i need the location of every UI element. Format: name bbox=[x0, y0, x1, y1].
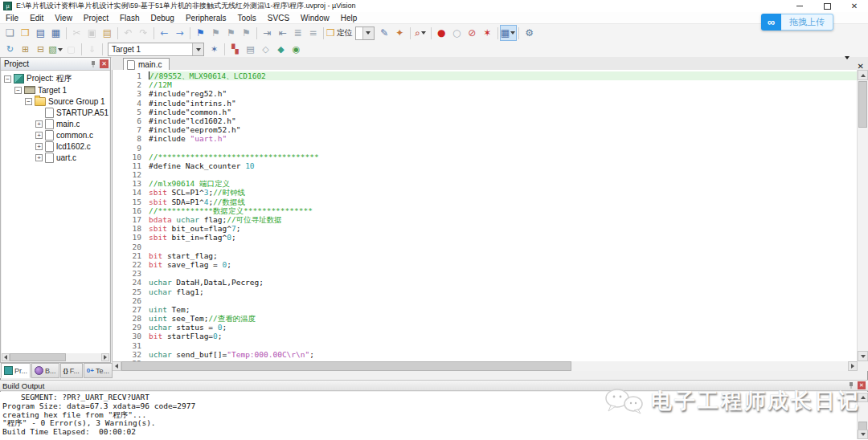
line-number[interactable]: 7 bbox=[113, 125, 149, 134]
line-number[interactable]: 24 bbox=[113, 278, 149, 287]
code-text[interactable]: //mlx90614 端口定义 bbox=[149, 179, 858, 188]
line-number[interactable]: 18 bbox=[113, 224, 149, 233]
line-number[interactable]: 22 bbox=[113, 260, 149, 269]
menu-debug[interactable]: Debug bbox=[145, 14, 179, 22]
code-text[interactable]: sbit SCL=P1^3;//时钟线 bbox=[149, 188, 858, 197]
disable-all-breakpoints-button[interactable]: ⊘ bbox=[465, 26, 480, 40]
code-line[interactable]: 18sbit bit_out=flag^7; bbox=[113, 224, 858, 233]
code-text[interactable]: uint see_Tem;//查看的温度 bbox=[149, 314, 858, 323]
manage-run-time-environment-button[interactable]: ▚ bbox=[227, 43, 243, 56]
paste-button[interactable]: ▤ bbox=[100, 26, 115, 40]
code-text[interactable]: sbit bit_in=flag^0; bbox=[149, 233, 858, 242]
code-line[interactable]: 19sbit bit_in=flag^0; bbox=[113, 233, 858, 242]
code-line[interactable]: 1//89S52、MLX90614、LCD1602 bbox=[113, 71, 858, 80]
code-line[interactable]: 6#include"lcd1602.h" bbox=[113, 116, 858, 125]
line-number[interactable]: 1 bbox=[113, 71, 149, 80]
line-number[interactable]: 17 bbox=[113, 215, 149, 224]
code-line[interactable]: 32uchar send_buf[]="Temp:000.00C\r\n"; bbox=[113, 350, 858, 359]
code-text[interactable]: uchar DataH,DataL,Pecreg; bbox=[149, 278, 858, 287]
save-all-button[interactable]: ▦ bbox=[48, 26, 63, 40]
line-number[interactable]: 11 bbox=[113, 161, 149, 170]
code-text[interactable]: //************数据定义*************** bbox=[149, 206, 858, 215]
code-line[interactable]: 8#include "uart.h" bbox=[113, 134, 858, 143]
menu-edit[interactable]: Edit bbox=[24, 14, 49, 22]
scroll-up-icon[interactable] bbox=[858, 70, 868, 80]
code-text[interactable] bbox=[149, 341, 858, 350]
upload-widget-label[interactable]: 拖拽上传 bbox=[781, 14, 833, 31]
outdent-button[interactable]: ⇤ bbox=[275, 26, 290, 40]
code-line[interactable]: 17bdata uchar flag;//可位寻址数据 bbox=[113, 215, 858, 224]
line-number[interactable]: 10 bbox=[113, 153, 149, 161]
code-line[interactable]: 28uint see_Tem;//查看的温度 bbox=[113, 314, 858, 323]
close-button[interactable]: ✕ bbox=[841, 0, 868, 12]
line-number[interactable]: 3 bbox=[113, 89, 149, 98]
scrollbar-thumb[interactable] bbox=[121, 361, 571, 371]
scrollbar-thumb[interactable] bbox=[858, 81, 867, 128]
line-number[interactable]: 8 bbox=[113, 134, 149, 143]
open-file-button[interactable]: ❒ bbox=[18, 26, 33, 40]
line-number[interactable]: 20 bbox=[113, 242, 149, 251]
line-number[interactable]: 12 bbox=[113, 170, 149, 179]
target-select[interactable]: Target 1 bbox=[108, 43, 204, 56]
build-button[interactable]: ⊞ bbox=[18, 43, 33, 56]
bookmark-next-button[interactable]: ⚑ bbox=[223, 26, 239, 40]
scroll-left-icon[interactable] bbox=[112, 361, 121, 371]
line-number[interactable]: 31 bbox=[113, 341, 149, 350]
kill-all-breakpoints-button[interactable]: ✶ bbox=[480, 26, 495, 40]
code-line[interactable]: 9 bbox=[113, 144, 858, 153]
code-line[interactable]: 2//12M bbox=[113, 80, 858, 89]
code-text[interactable]: uchar flag1; bbox=[149, 287, 858, 296]
panel-tab-books[interactable]: B... bbox=[31, 363, 59, 378]
expand-icon[interactable]: + bbox=[35, 132, 43, 139]
code-text[interactable]: sbit SDA=P1^4;//数据线 bbox=[149, 198, 858, 206]
pack-installer-button[interactable]: ◉ bbox=[289, 43, 304, 56]
editor-vscrollbar[interactable] bbox=[857, 70, 868, 361]
netdisk-logo-icon[interactable]: ∞ bbox=[761, 14, 781, 31]
code-text[interactable]: bit start_flag; bbox=[149, 251, 858, 260]
line-number[interactable]: 30 bbox=[113, 332, 149, 340]
uncomment-button[interactable]: ≡ bbox=[305, 26, 321, 40]
line-number[interactable]: 32 bbox=[113, 350, 149, 359]
scroll-left-icon[interactable] bbox=[2, 353, 10, 361]
dropdown-arrow-icon[interactable] bbox=[192, 43, 203, 55]
menu-project[interactable]: Project bbox=[78, 14, 114, 22]
line-number[interactable]: 25 bbox=[113, 287, 149, 296]
code-text[interactable]: //12M bbox=[149, 80, 858, 89]
line-number[interactable]: 6 bbox=[113, 116, 149, 125]
scroll-down-icon[interactable] bbox=[858, 430, 868, 439]
manage-project-items-button[interactable]: ▤ bbox=[243, 43, 258, 56]
project-panel-hscrollbar[interactable] bbox=[2, 353, 109, 361]
code-line[interactable]: 26 bbox=[113, 296, 858, 305]
menu-view[interactable]: View bbox=[49, 14, 78, 22]
panel-tab-functions[interactable]: {}F... bbox=[60, 363, 83, 378]
code-text[interactable]: #include"reg52.h" bbox=[149, 89, 858, 98]
line-number[interactable]: 26 bbox=[113, 296, 149, 305]
code-line[interactable]: 25uchar flag1; bbox=[113, 287, 858, 296]
project-panel-close-icon[interactable]: ✕ bbox=[100, 59, 108, 68]
code-line[interactable]: 5#include"common.h" bbox=[113, 108, 858, 116]
collapse-icon[interactable]: − bbox=[14, 87, 22, 94]
code-text[interactable]: bit startFlag=0; bbox=[149, 332, 858, 340]
code-line[interactable]: 14sbit SCL=P1^3;//时钟线 bbox=[113, 188, 858, 197]
code-line[interactable]: 15sbit SDA=P1^4;//数据线 bbox=[113, 198, 858, 206]
line-number[interactable]: 19 bbox=[113, 233, 149, 242]
tree-item-source-group-1[interactable]: −Source Group 1 bbox=[2, 96, 109, 107]
translate-button[interactable]: ↻ bbox=[2, 43, 18, 56]
menu-svcs[interactable]: SVCS bbox=[262, 14, 295, 22]
bookmark-clear-all-button[interactable]: ⚑ bbox=[239, 26, 254, 40]
code-text[interactable]: #include"eeprom52.h" bbox=[149, 125, 858, 134]
line-number[interactable]: 23 bbox=[113, 269, 149, 278]
dropdown-arrow-icon[interactable] bbox=[420, 26, 427, 40]
code-text[interactable] bbox=[149, 144, 858, 153]
code-line[interactable]: 29uchar status = 0; bbox=[113, 323, 858, 332]
code-line[interactable]: 4#include"intrins.h" bbox=[113, 99, 858, 108]
undo-button[interactable]: ↶ bbox=[121, 26, 136, 40]
redo-button[interactable]: ↷ bbox=[136, 26, 151, 40]
options-for-target-button[interactable]: ✶ bbox=[207, 43, 222, 56]
code-line[interactable]: 11#define Nack_counter 10 bbox=[113, 161, 858, 170]
scroll-right-icon[interactable] bbox=[848, 361, 858, 371]
line-number[interactable]: 5 bbox=[113, 108, 149, 116]
line-number[interactable]: 15 bbox=[113, 198, 149, 206]
code-line[interactable]: 24uchar DataH,DataL,Pecreg; bbox=[113, 278, 858, 287]
scroll-down-icon[interactable] bbox=[858, 351, 868, 361]
